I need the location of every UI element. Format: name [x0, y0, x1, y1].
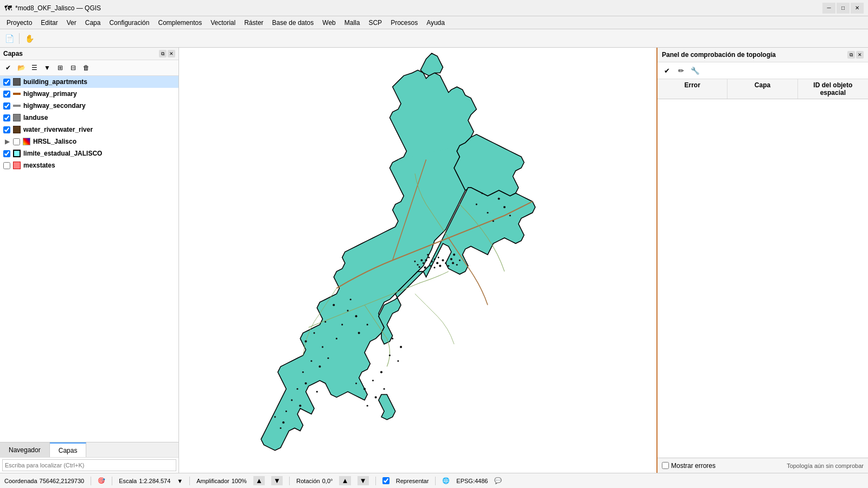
svg-point-40 [297, 388, 298, 390]
svg-point-12 [436, 262, 438, 264]
epsg-icon: 🌐 [442, 477, 450, 484]
layer-item-building-apartments[interactable]: building_apartments [0, 76, 178, 88]
menu-malla[interactable]: Malla [340, 18, 365, 28]
search-bar [0, 457, 178, 473]
menu-scp[interactable]: SCP [364, 18, 386, 28]
layer-item-hrsl[interactable]: ▶ HRSL_Jalisco [0, 136, 178, 147]
layer-icon-building-apartments [12, 78, 21, 86]
pan-tool-button[interactable]: ✋ [22, 31, 36, 46]
layer-toolbar: ✔ 📂 ☰ ▼ ⊞ ⊟ 🗑 [0, 60, 178, 76]
svg-point-43 [291, 399, 292, 401]
svg-point-56 [392, 338, 393, 339]
svg-point-31 [324, 321, 326, 323]
layer-checkbox-building-apartments[interactable] [3, 79, 10, 86]
close-button[interactable]: ✕ [851, 3, 864, 14]
minimize-button[interactable]: ─ [822, 3, 835, 14]
amplifier-value: 100% [232, 478, 247, 484]
layer-item-highway-secondary[interactable]: highway_secondary [0, 100, 178, 112]
topology-close-btn[interactable]: ✕ [856, 51, 864, 59]
menu-procesos[interactable]: Procesos [386, 18, 422, 28]
svg-point-70 [333, 304, 335, 306]
rotation-value: 0,0° [322, 478, 333, 484]
layer-icon-limite [12, 149, 21, 158]
layer-checkbox-highway-primary[interactable] [3, 91, 10, 98]
layer-item-highway-primary[interactable]: highway_primary [0, 88, 178, 100]
menu-editar[interactable]: Editar [36, 18, 62, 28]
svg-point-71 [350, 299, 352, 300]
layer-checkbox-water-river[interactable] [3, 126, 10, 133]
menu-vectorial[interactable]: Vectorial [206, 18, 240, 28]
rotation-down-btn[interactable]: ▼ [358, 476, 369, 485]
layers-panel-close-btn[interactable]: ✕ [168, 50, 175, 57]
render-checkbox[interactable] [382, 477, 390, 484]
svg-point-29 [459, 259, 461, 261]
svg-point-16 [417, 264, 418, 266]
show-errors-checkbox[interactable] [662, 462, 669, 469]
layer-checkbox-hrsl[interactable] [13, 138, 20, 145]
menu-proyecto[interactable]: Proyecto [2, 18, 36, 28]
svg-point-8 [428, 256, 430, 258]
window-title: *mod8_OKF_Jalisco — QGIS [15, 4, 101, 12]
menu-web[interactable]: Web [318, 18, 340, 28]
layer-name-water-river: water_riverwater_river [23, 126, 175, 133]
svg-point-47 [282, 421, 284, 423]
maximize-button[interactable]: □ [837, 3, 850, 14]
layer-item-mexstates[interactable]: mexstates [0, 159, 178, 171]
status-coordinate: Coordenada 756462,2129730 [4, 478, 84, 484]
menu-ver[interactable]: Ver [62, 18, 81, 28]
topology-edit-btn[interactable]: ✏ [675, 65, 687, 76]
menu-ayuda[interactable]: Ayuda [422, 18, 449, 28]
main-toolbar: 📄 ✋ [0, 29, 868, 48]
menu-base-datos[interactable]: Base de datos [268, 18, 318, 28]
svg-point-66 [355, 382, 357, 384]
topology-validate-btn[interactable]: ✔ [661, 65, 673, 76]
rotation-up-btn[interactable]: ▲ [339, 476, 350, 485]
scale-dropdown-icon[interactable]: ▼ [177, 478, 183, 484]
coordinate-value: 756462,2129730 [40, 478, 85, 484]
topology-float-btn[interactable]: ⧉ [847, 51, 855, 59]
tab-capas[interactable]: Capas [50, 442, 87, 457]
layer-expand-hrsl[interactable]: ▶ [3, 138, 11, 145]
tab-navegador[interactable]: Navegador [0, 442, 50, 457]
layer-name-hrsl: HRSL_Jalisco [33, 138, 175, 145]
layer-name-highway-secondary: highway_secondary [23, 102, 175, 110]
layer-collapse-btn[interactable]: ⊟ [67, 62, 79, 74]
topology-settings-btn[interactable]: 🔧 [689, 65, 701, 76]
search-input[interactable] [2, 459, 176, 471]
amplifier-down-btn[interactable]: ▼ [271, 476, 283, 485]
layer-remove-btn[interactable]: 🗑 [80, 62, 92, 74]
svg-point-64 [367, 405, 368, 407]
svg-point-30 [453, 254, 455, 256]
svg-point-33 [322, 346, 323, 348]
layer-filter-btn[interactable]: ▼ [41, 62, 53, 74]
menu-capa[interactable]: Capa [81, 18, 105, 28]
menu-raster[interactable]: Ráster [240, 18, 267, 28]
map-area[interactable] [179, 48, 656, 473]
status-bar: Coordenada 756462,2129730 🎯 Escala 1:2.2… [0, 473, 868, 488]
new-project-button[interactable]: 📄 [2, 31, 16, 46]
layers-panel-float-btn[interactable]: ⧉ [159, 50, 167, 57]
layer-icon-water-river [12, 125, 21, 134]
layer-checkbox-highway-secondary[interactable] [3, 102, 10, 110]
amplifier-up-btn[interactable]: ▲ [253, 476, 265, 485]
menu-configuracion[interactable]: Configuración [105, 18, 154, 28]
svg-point-42 [316, 391, 318, 393]
svg-point-59 [397, 360, 399, 362]
layer-manage-btn[interactable]: ☰ [28, 62, 40, 74]
layer-checkbox-limite[interactable] [3, 150, 10, 157]
svg-point-35 [336, 338, 337, 339]
layer-add-btn[interactable]: 📂 [15, 62, 27, 74]
layer-expand-btn[interactable]: ⊞ [54, 62, 66, 74]
layer-add-filter-btn[interactable]: ✔ [2, 62, 14, 74]
layer-checkbox-mexstates[interactable] [3, 162, 10, 169]
status-sep-6 [435, 477, 436, 485]
svg-point-20 [433, 267, 435, 268]
svg-point-39 [327, 357, 329, 359]
layer-item-limite[interactable]: limite_estadual_JALISCO [0, 147, 178, 159]
layer-item-water-river[interactable]: water_riverwater_river [0, 124, 178, 136]
layer-item-landuse[interactable]: landuse [0, 112, 178, 124]
menu-complementos[interactable]: Complementos [154, 18, 206, 28]
topology-col-error: Error [658, 79, 727, 99]
layer-checkbox-landuse[interactable] [3, 114, 10, 121]
layer-name-limite: limite_estadual_JALISCO [23, 150, 175, 157]
